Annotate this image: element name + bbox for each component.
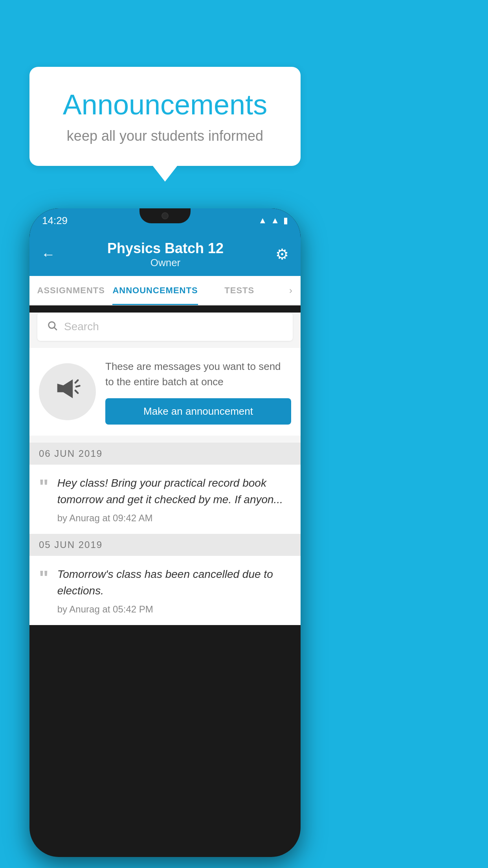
settings-icon[interactable]: ⚙	[275, 246, 289, 263]
svg-line-5	[75, 390, 78, 393]
svg-line-3	[75, 380, 78, 383]
battery-icon: ▮	[283, 215, 288, 226]
tab-announcements[interactable]: ANNOUNCEMENTS	[112, 276, 198, 305]
date-divider-1: 06 JUN 2019	[29, 443, 301, 465]
app-header: ← Physics Batch 12 Owner ⚙	[29, 233, 301, 276]
promo-content: These are messages you want to send to t…	[105, 359, 291, 425]
speech-bubble: Announcements keep all your students inf…	[29, 67, 301, 166]
back-button[interactable]: ←	[41, 246, 55, 263]
svg-point-0	[49, 322, 55, 328]
announcement-content-2: Tomorrow's class has been cancelled due …	[57, 566, 291, 615]
svg-line-4	[76, 386, 79, 386]
search-bar[interactable]: Search	[37, 313, 293, 341]
status-bar: 14:29 ▲ ▲ ▮	[29, 208, 301, 233]
notch	[139, 208, 191, 223]
announcement-item-1[interactable]: " Hey class! Bring your practical record…	[29, 465, 301, 534]
megaphone-icon	[54, 375, 81, 408]
svg-marker-2	[57, 379, 72, 398]
tab-assignments[interactable]: ASSIGNMENTS	[29, 276, 112, 305]
date-divider-2: 05 JUN 2019	[29, 534, 301, 556]
make-announcement-button[interactable]: Make an announcement	[105, 398, 291, 425]
search-placeholder: Search	[64, 320, 99, 333]
quote-icon-2: "	[39, 568, 49, 588]
wifi-icon: ▲	[258, 215, 267, 226]
promo-card: These are messages you want to send to t…	[29, 348, 301, 436]
tabs-more[interactable]: ›	[281, 276, 301, 305]
tabs-bar: ASSIGNMENTS ANNOUNCEMENTS TESTS ›	[29, 276, 301, 305]
svg-line-1	[54, 327, 57, 330]
signal-icon: ▲	[271, 215, 279, 226]
announcement-text-1: Hey class! Bring your practical record b…	[57, 475, 291, 508]
bubble-title: Announcements	[53, 88, 277, 121]
phone-screen: 14:29 ▲ ▲ ▮ ← Physics Batch 12 Owner ⚙ A…	[29, 208, 301, 857]
announcement-author-1: by Anurag at 09:42 AM	[57, 513, 291, 524]
promo-description: These are messages you want to send to t…	[105, 359, 291, 390]
announcement-item-2[interactable]: " Tomorrow's class has been cancelled du…	[29, 556, 301, 625]
batch-title: Physics Batch 12	[107, 240, 224, 257]
announcement-content-1: Hey class! Bring your practical record b…	[57, 475, 291, 524]
announcement-author-2: by Anurag at 05:42 PM	[57, 604, 291, 615]
status-time: 14:29	[42, 215, 68, 227]
screen-content: Search	[29, 313, 301, 625]
camera	[161, 212, 169, 219]
batch-role: Owner	[107, 257, 224, 269]
promo-icon-circle	[39, 363, 96, 420]
phone-frame: 14:29 ▲ ▲ ▮ ← Physics Batch 12 Owner ⚙ A…	[29, 208, 301, 857]
bubble-subtitle: keep all your students informed	[53, 128, 277, 144]
quote-icon-1: "	[39, 476, 49, 497]
tab-tests[interactable]: TESTS	[198, 276, 281, 305]
search-icon	[47, 320, 58, 334]
announcement-text-2: Tomorrow's class has been cancelled due …	[57, 566, 291, 599]
status-icons: ▲ ▲ ▮	[258, 215, 288, 226]
header-center: Physics Batch 12 Owner	[107, 240, 224, 269]
